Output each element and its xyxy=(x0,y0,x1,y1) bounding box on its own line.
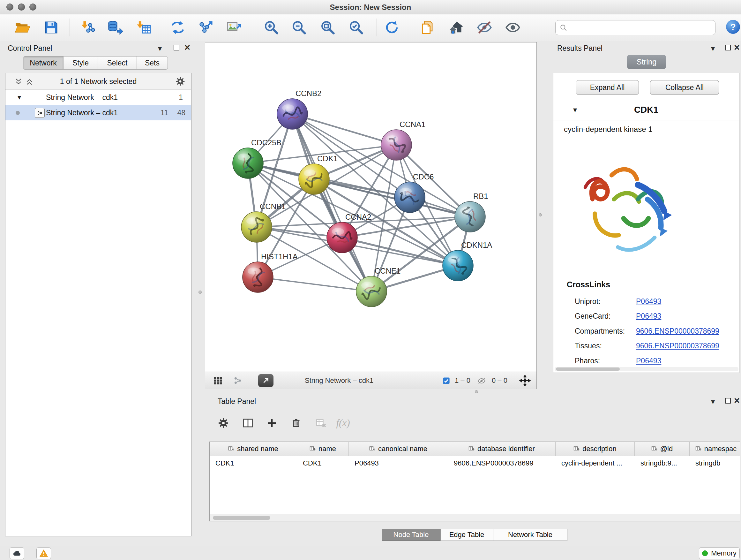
search-field[interactable] xyxy=(570,23,711,32)
table-scrollbar-thumb[interactable] xyxy=(213,516,270,520)
network-node-CDC6[interactable] xyxy=(394,182,425,212)
results-panel-float-icon[interactable] xyxy=(725,45,731,51)
network-node-RB1[interactable] xyxy=(455,201,485,232)
table-cell-7[interactable]: stringdb xyxy=(690,456,740,470)
collapse-all-button[interactable]: Collapse All xyxy=(650,80,719,95)
import-table-button[interactable] xyxy=(134,18,153,37)
network-node-CCNB1[interactable] xyxy=(241,212,272,242)
zoom-in-button[interactable] xyxy=(262,18,280,37)
network-node-CDK1[interactable] xyxy=(299,164,329,194)
crosslink-link[interactable]: 9606.ENSP00000378699 xyxy=(636,327,719,335)
search-input[interactable] xyxy=(555,20,716,35)
column-header-5[interactable]: description xyxy=(556,442,635,456)
network-edge[interactable] xyxy=(292,114,372,292)
tab-network[interactable]: Network xyxy=(23,57,64,69)
zoom-out-button[interactable] xyxy=(290,18,308,37)
column-header-7[interactable]: namespac xyxy=(690,442,740,456)
import-network-database-button[interactable] xyxy=(106,18,124,37)
network-node-CCNE1[interactable] xyxy=(356,276,387,307)
expand-all-button[interactable]: Expand All xyxy=(576,80,639,95)
network-node-CDKN1A[interactable] xyxy=(443,250,473,281)
gear-icon[interactable] xyxy=(175,76,185,86)
splitter-grip[interactable] xyxy=(199,291,202,294)
table-cell-4[interactable]: 9606.ENSP00000378699 xyxy=(448,456,556,470)
table-cell-6[interactable]: stringdb:9... xyxy=(635,456,690,470)
table-cell-5[interactable]: cyclin-dependent ... xyxy=(556,456,635,470)
warnings-button[interactable] xyxy=(37,547,51,559)
import-network-file-button[interactable] xyxy=(78,18,97,37)
selected-checkbox-icon[interactable] xyxy=(442,376,451,385)
table-cell-3[interactable]: P06493 xyxy=(349,456,448,470)
network-edge[interactable] xyxy=(258,277,372,292)
tab-sets[interactable]: Sets xyxy=(137,57,167,69)
control-panel-close-icon[interactable]: × xyxy=(185,44,190,52)
crosslink-link[interactable]: P06493 xyxy=(636,357,661,365)
crosslink-link[interactable]: 9606.ENSP00000378699 xyxy=(636,341,719,350)
network-collection-row[interactable]: ▾ String Network – cdk1 1 xyxy=(5,90,191,105)
function-builder-button[interactable]: f(x) xyxy=(336,416,350,430)
control-panel-float-icon[interactable] xyxy=(174,45,179,51)
export-image-button[interactable] xyxy=(225,18,243,37)
delete-table-button[interactable] xyxy=(313,416,328,430)
table-cell-2[interactable]: CDK1 xyxy=(297,456,349,470)
control-panel-menu-icon[interactable]: ▾ xyxy=(158,45,162,52)
open-session-button[interactable] xyxy=(13,18,31,37)
zoom-fit-button[interactable] xyxy=(319,18,337,37)
network-edge[interactable] xyxy=(292,114,396,145)
crosslink-link[interactable]: P06493 xyxy=(636,312,661,320)
crosslink-link[interactable]: P06493 xyxy=(636,297,661,306)
column-header-6[interactable]: @id xyxy=(635,442,690,456)
delete-column-button[interactable] xyxy=(289,416,304,430)
show-graphics-details-button[interactable] xyxy=(503,18,522,37)
table-panel-menu-icon[interactable]: ▾ xyxy=(711,398,715,406)
results-scrollbar-thumb[interactable] xyxy=(556,368,620,371)
apply-layout-button[interactable] xyxy=(383,18,401,37)
pan-crosshair-icon[interactable] xyxy=(519,375,531,386)
column-header-3[interactable]: canonical name xyxy=(349,442,448,456)
grid-mode-icon[interactable] xyxy=(213,375,223,386)
new-network-from-selection-button[interactable] xyxy=(169,18,187,37)
birds-eye-home-button[interactable] xyxy=(447,18,466,37)
gene-accordion-header[interactable]: ▾ CDK1 xyxy=(553,100,739,120)
table-scrollbar[interactable] xyxy=(210,514,740,521)
save-session-button[interactable] xyxy=(42,18,60,37)
export-network-button[interactable] xyxy=(197,18,215,37)
hidden-eye-icon[interactable] xyxy=(477,376,486,385)
splitter-grip[interactable] xyxy=(475,390,478,393)
network-canvas[interactable]: CCNB2CCNA1CDC25BCDK1CDC6RB1CCNB1CCNA2CDK… xyxy=(205,43,536,372)
tab-edge-table[interactable]: Edge Table xyxy=(441,529,493,541)
tab-style[interactable]: Style xyxy=(64,57,98,69)
table-panel-float-icon[interactable] xyxy=(725,398,731,403)
tab-select[interactable]: Select xyxy=(98,57,137,69)
column-header-2[interactable]: name xyxy=(297,442,349,456)
network-node-CCNA1[interactable] xyxy=(381,130,412,160)
tab-network-table[interactable]: Network Table xyxy=(493,529,567,541)
annotations-button[interactable] xyxy=(418,18,436,37)
network-view-icon[interactable] xyxy=(232,375,243,386)
table-panel-close-icon[interactable]: × xyxy=(734,396,740,405)
help-button[interactable]: ? xyxy=(725,19,741,35)
results-scrollbar[interactable] xyxy=(555,367,738,371)
hide-graphics-details-button[interactable] xyxy=(475,18,494,37)
table-settings-button[interactable] xyxy=(216,416,231,430)
network-node-CCNA2[interactable] xyxy=(327,222,357,253)
results-panel-menu-icon[interactable]: ▾ xyxy=(711,45,715,52)
column-header-1[interactable]: shared name xyxy=(210,442,297,456)
tab-node-table[interactable]: Node Table xyxy=(382,529,441,541)
network-node-CCNB2[interactable] xyxy=(277,99,308,129)
string-results-tab[interactable]: String xyxy=(627,55,666,69)
create-column-button[interactable] xyxy=(265,416,279,430)
show-columns-button[interactable] xyxy=(241,416,255,430)
cloud-status-button[interactable] xyxy=(10,547,24,559)
network-node-CDC25B[interactable] xyxy=(232,148,263,179)
network-node-HIST1H1A[interactable] xyxy=(243,262,273,293)
splitter-grip[interactable] xyxy=(539,213,542,216)
table-row[interactable]: CDK1CDK1P064939606.ENSP00000378699cyclin… xyxy=(210,456,740,470)
results-panel-close-icon[interactable]: × xyxy=(734,44,740,52)
table-cell-1[interactable]: CDK1 xyxy=(210,456,297,470)
open-in-new-window-button[interactable] xyxy=(258,374,273,387)
network-row-selected[interactable]: String Network – cdk1 11 48 xyxy=(5,105,191,120)
memory-button[interactable]: Memory xyxy=(699,547,740,559)
column-header-4[interactable]: database identifier xyxy=(448,442,556,456)
collection-expand-icon[interactable]: ▾ xyxy=(17,93,21,102)
